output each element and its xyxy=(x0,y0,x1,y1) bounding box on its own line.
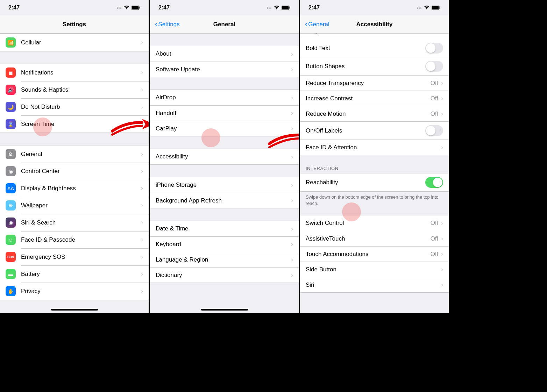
svg-rect-5 xyxy=(290,7,290,8)
chevron-right-icon: › xyxy=(291,181,293,189)
accessibility-row-boldtext[interactable]: Bold Text xyxy=(300,39,449,57)
accessibility-row-siri[interactable]: Siri› xyxy=(300,277,449,292)
general-row-carplay[interactable]: CarPlay› xyxy=(150,121,299,136)
chevron-right-icon: › xyxy=(141,39,143,46)
settings-row-notifications[interactable]: ◼ Notifications › xyxy=(0,64,149,81)
chevron-right-icon: › xyxy=(141,150,143,158)
accessibility-row-onofflabels[interactable]: On/Off Labels xyxy=(300,121,449,140)
sounds-icon: 🔊 xyxy=(6,85,16,95)
chevron-right-icon: › xyxy=(141,287,143,295)
general-row-softwareupdate[interactable]: Software Update› xyxy=(150,62,299,77)
status-time: 2:47 xyxy=(308,5,320,11)
toggle[interactable] xyxy=(425,177,443,188)
cellular-dots-icon: ⋯ xyxy=(417,5,422,11)
battery-icon xyxy=(282,5,290,11)
toggle[interactable] xyxy=(425,61,443,72)
home-indicator[interactable] xyxy=(51,309,98,311)
status-icons: ⋯ xyxy=(417,5,440,11)
svg-rect-8 xyxy=(440,7,440,8)
sos-icon: SOS xyxy=(6,252,16,262)
nav-title: Settings xyxy=(0,21,149,28)
accessibility-row-buttonshapes[interactable]: Button Shapes xyxy=(300,57,449,75)
chevron-right-icon: › xyxy=(141,69,143,76)
wifi-icon xyxy=(274,5,279,11)
chevron-right-icon: › xyxy=(291,241,293,248)
faceid-icon: ☺ xyxy=(6,235,16,245)
status-time: 2:47 xyxy=(8,5,20,11)
status-icons: ⋯ xyxy=(116,5,140,11)
section-footer-reachability: Swipe down on the bottom edge of the scr… xyxy=(300,192,449,209)
settings-row-siri[interactable]: ◉ Siri & Search › xyxy=(0,214,149,231)
chevron-right-icon: › xyxy=(441,144,443,151)
phone-general: 2:47 ⋯ ‹ Settings General About› Softwar… xyxy=(150,0,300,313)
settings-row-general[interactable]: ⚙ General › xyxy=(0,145,149,163)
general-row-keyboard[interactable]: Keyboard› xyxy=(150,236,299,252)
chevron-right-icon: › xyxy=(291,271,293,279)
chevron-right-icon: › xyxy=(141,86,143,93)
accessibility-row-reachability[interactable]: Reachability xyxy=(300,173,449,191)
general-row-datetime[interactable]: Date & Time› xyxy=(150,221,299,236)
accessibility-row-sidebutton[interactable]: Side Button› xyxy=(300,262,449,277)
svg-rect-1 xyxy=(132,6,139,9)
accessibility-row-faceidattention[interactable]: Face ID & Attention› xyxy=(300,140,449,155)
general-row-bgrefresh[interactable]: Background App Refresh› xyxy=(150,193,299,208)
settings-row-sos[interactable]: SOS Emergency SOS › xyxy=(0,248,149,265)
settings-row-privacy[interactable]: ✋ Privacy › xyxy=(0,283,149,300)
accessibility-row-reducetransparency[interactable]: Reduce TransparencyOff› xyxy=(300,75,449,91)
settings-row-sounds[interactable]: 🔊 Sounds & Haptics › xyxy=(0,81,149,98)
home-indicator[interactable] xyxy=(201,309,248,311)
svg-rect-7 xyxy=(432,6,439,9)
content-settings[interactable]: 📶 Cellular › ◼ Notifications › 🔊 Sounds … xyxy=(0,34,149,313)
chevron-left-icon: ‹ xyxy=(305,20,307,29)
accessibility-row-reducemotion[interactable]: Reduce MotionOff› xyxy=(300,106,449,121)
chevron-right-icon: › xyxy=(291,94,293,101)
chevron-right-icon: › xyxy=(441,250,443,258)
chevron-right-icon: › xyxy=(141,185,143,192)
chevron-right-icon: › xyxy=(141,202,143,209)
notifications-icon: ◼ xyxy=(6,67,16,78)
chevron-right-icon: › xyxy=(441,110,443,117)
settings-row-controlcenter[interactable]: ◉ Control Center › xyxy=(0,163,149,180)
nav-bar-general: ‹ Settings General xyxy=(150,15,299,34)
chevron-right-icon: › xyxy=(441,34,443,35)
general-row-handoff[interactable]: Handoff› xyxy=(150,105,299,121)
settings-row-display[interactable]: AA Display & Brightness › xyxy=(0,180,149,197)
battery-row-icon: ▬ xyxy=(6,269,16,279)
settings-row-screentime[interactable]: ⌛ Screen Time › xyxy=(0,115,149,133)
settings-row-cellular[interactable]: 📶 Cellular › xyxy=(0,34,149,51)
chevron-right-icon: › xyxy=(291,197,293,204)
accessibility-row-touchaccommodations[interactable]: Touch AccommodationsOff› xyxy=(300,246,449,262)
battery-icon xyxy=(432,5,440,11)
settings-row-wallpaper[interactable]: ❋ Wallpaper › xyxy=(0,197,149,214)
chevron-right-icon: › xyxy=(441,235,443,242)
toggle[interactable] xyxy=(425,125,443,136)
general-row-accessibility[interactable]: Accessibility› xyxy=(150,149,299,164)
controlcenter-icon: ◉ xyxy=(6,166,16,176)
back-button[interactable]: ‹ Settings xyxy=(155,20,180,29)
screentime-icon: ⌛ xyxy=(6,119,16,129)
cellular-dots-icon: ⋯ xyxy=(116,5,122,11)
chevron-left-icon: ‹ xyxy=(155,20,157,29)
accessibility-row-largertext[interactable]: Larger Text Off › xyxy=(300,34,449,39)
general-row-iphonestorage[interactable]: iPhone Storage› xyxy=(150,177,299,193)
accessibility-row-increasecontrast[interactable]: Increase ContrastOff› xyxy=(300,91,449,106)
settings-row-faceid[interactable]: ☺ Face ID & Passcode › xyxy=(0,231,149,248)
settings-row-battery[interactable]: ▬ Battery › xyxy=(0,265,149,283)
accessibility-row-assistivetouch[interactable]: AssistiveTouchOff› xyxy=(300,231,449,246)
general-row-about[interactable]: About› xyxy=(150,46,299,62)
general-row-airdrop[interactable]: AirDrop› xyxy=(150,90,299,105)
chevron-right-icon: › xyxy=(141,103,143,111)
general-row-dictionary[interactable]: Dictionary› xyxy=(150,267,299,283)
display-icon: AA xyxy=(6,183,16,193)
chevron-right-icon: › xyxy=(141,253,143,261)
back-button[interactable]: ‹ General xyxy=(305,20,329,29)
content-general[interactable]: About› Software Update› AirDrop› Handoff… xyxy=(150,34,299,313)
chevron-right-icon: › xyxy=(441,220,443,227)
toggle[interactable] xyxy=(425,43,443,54)
accessibility-row-switchcontrol[interactable]: Switch ControlOff› xyxy=(300,215,449,231)
general-row-language[interactable]: Language & Region› xyxy=(150,252,299,267)
settings-row-dnd[interactable]: 🌙 Do Not Disturb › xyxy=(0,98,149,115)
chevron-right-icon: › xyxy=(291,125,293,132)
content-accessibility[interactable]: Larger Text Off › Bold Text Button Shape… xyxy=(300,34,449,313)
general-icon: ⚙ xyxy=(6,149,16,159)
